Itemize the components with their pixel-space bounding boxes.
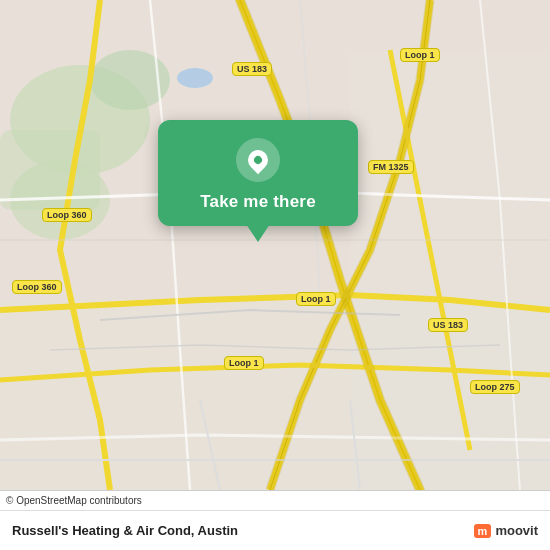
map-svg: [0, 0, 550, 490]
attribution-bar: © OpenStreetMap contributors: [0, 490, 550, 510]
osm-attribution: © OpenStreetMap contributors: [6, 495, 142, 506]
bottom-bar: Russell's Heating & Air Cond, Austin m m…: [0, 510, 550, 550]
road-badge-loop360-bot: Loop 360: [12, 280, 62, 294]
location-name: Russell's Heating & Air Cond, Austin: [12, 523, 238, 538]
svg-point-5: [177, 68, 213, 88]
location-name-text: Russell's Heating & Air Cond: [12, 523, 191, 538]
road-badge-fm1325: FM 1325: [368, 160, 414, 174]
road-badge-loop275: Loop 275: [470, 380, 520, 394]
road-badge-loop1-mid: Loop 1: [296, 292, 336, 306]
road-badge-us183: US 183: [232, 62, 272, 76]
road-badge-loop1-top: Loop 1: [400, 48, 440, 62]
road-badge-loop1-bot: Loop 1: [224, 356, 264, 370]
moovit-text: moovit: [495, 523, 538, 538]
map-view: US 183 Loop 1 Loop 1 Loop 1 FM 1325 Loop…: [0, 0, 550, 490]
location-pin-icon: [236, 138, 280, 182]
location-info: Russell's Heating & Air Cond, Austin: [12, 523, 238, 538]
take-me-there-button[interactable]: Take me there: [200, 192, 316, 212]
location-city-text: Austin: [198, 523, 238, 538]
pin-inner: [244, 146, 272, 174]
moovit-logo: m moovit: [474, 523, 538, 538]
moovit-icon: m: [474, 524, 492, 538]
road-badge-us183-right: US 183: [428, 318, 468, 332]
popup-card[interactable]: Take me there: [158, 120, 358, 226]
road-badge-loop360-top: Loop 360: [42, 208, 92, 222]
